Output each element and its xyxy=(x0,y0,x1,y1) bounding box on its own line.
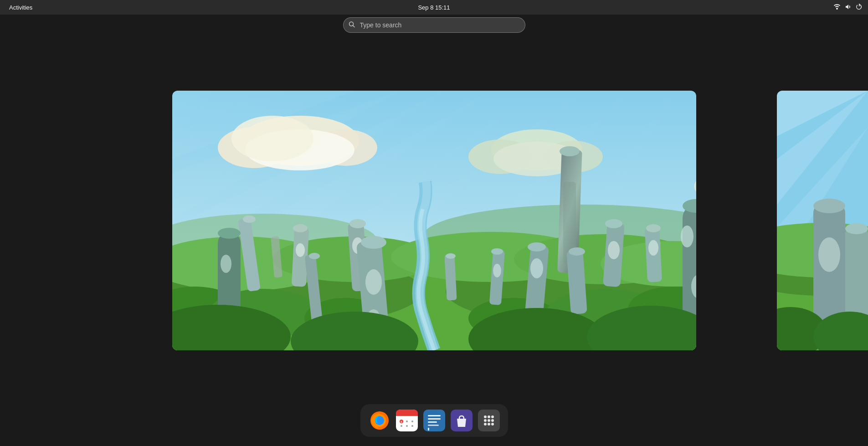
svg-rect-118 xyxy=(423,410,445,431)
svg-point-102 xyxy=(845,223,868,234)
svg-point-52 xyxy=(560,146,580,156)
svg-point-116 xyxy=(406,425,408,427)
clock: Sep 8 15:11 xyxy=(418,4,450,11)
svg-point-61 xyxy=(309,253,320,259)
svg-point-56 xyxy=(608,241,620,259)
svg-point-133 xyxy=(488,423,490,425)
activities-button[interactable]: Activities xyxy=(5,3,36,12)
software-dock-icon[interactable] xyxy=(450,409,473,432)
svg-point-129 xyxy=(484,419,487,422)
svg-point-74 xyxy=(569,247,585,256)
dock: 9 xyxy=(360,404,508,437)
workspace-area xyxy=(0,40,868,400)
firefox-dock-icon[interactable] xyxy=(368,409,391,432)
svg-point-126 xyxy=(484,415,487,418)
svg-point-127 xyxy=(488,415,490,418)
svg-point-33 xyxy=(231,116,313,161)
topbar: Activities Sep 8 15:11 xyxy=(0,0,868,15)
svg-point-46 xyxy=(293,224,308,232)
svg-point-59 xyxy=(648,240,658,256)
svg-point-128 xyxy=(491,415,494,418)
svg-point-134 xyxy=(491,423,494,425)
svg-point-55 xyxy=(605,219,622,228)
svg-rect-121 xyxy=(428,421,437,423)
calendar-dock-icon[interactable]: 9 xyxy=(395,409,419,432)
svg-point-132 xyxy=(484,423,487,425)
svg-rect-110 xyxy=(396,413,418,416)
svg-point-130 xyxy=(488,419,490,422)
svg-point-113 xyxy=(406,420,408,422)
svg-text:9: 9 xyxy=(401,420,402,423)
svg-rect-123 xyxy=(428,428,429,431)
svg-point-85 xyxy=(491,248,503,255)
svg-point-58 xyxy=(646,224,661,232)
svg-point-86 xyxy=(493,264,501,277)
svg-point-114 xyxy=(411,420,413,422)
main-window[interactable] xyxy=(172,91,696,350)
svg-point-0 xyxy=(836,8,838,10)
svg-point-72 xyxy=(530,258,543,278)
svg-point-100 xyxy=(818,237,840,272)
svg-rect-120 xyxy=(428,418,441,420)
svg-point-49 xyxy=(349,219,366,228)
svg-rect-119 xyxy=(428,415,441,416)
svg-point-44 xyxy=(243,215,256,223)
svg-point-99 xyxy=(813,199,845,213)
svg-point-77 xyxy=(681,226,693,247)
svg-rect-122 xyxy=(428,425,439,426)
search-container xyxy=(343,17,525,33)
svg-point-64 xyxy=(365,269,382,295)
svg-point-47 xyxy=(296,243,305,257)
volume-icon[interactable] xyxy=(844,3,852,12)
search-input[interactable] xyxy=(343,17,525,33)
network-icon[interactable] xyxy=(833,3,841,12)
power-icon[interactable] xyxy=(855,3,863,12)
texteditor-dock-icon[interactable] xyxy=(422,409,446,432)
svg-point-80 xyxy=(218,228,241,239)
svg-point-115 xyxy=(401,425,402,427)
system-tray xyxy=(833,3,863,12)
right-window-partial[interactable] xyxy=(777,91,868,350)
appgrid-dock-icon[interactable] xyxy=(477,409,501,432)
svg-point-63 xyxy=(361,236,386,249)
svg-point-131 xyxy=(491,419,494,422)
svg-point-83 xyxy=(446,253,456,259)
svg-point-117 xyxy=(411,425,413,427)
svg-point-71 xyxy=(528,242,546,251)
svg-point-81 xyxy=(221,255,231,273)
